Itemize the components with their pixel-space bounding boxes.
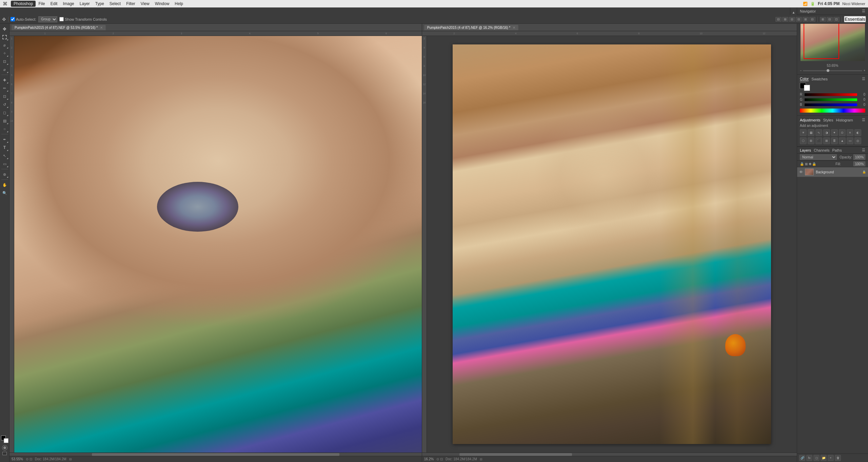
zoom-in-icon[interactable]: + <box>864 69 865 72</box>
menu-filter[interactable]: Filter <box>123 1 138 7</box>
menu-window[interactable]: Window <box>152 1 172 7</box>
auto-select-dropdown[interactable]: Group Layer <box>38 16 57 22</box>
menu-help[interactable]: Help <box>172 1 186 7</box>
tool-history-brush[interactable]: ↺ <box>1 101 8 108</box>
menu-edit[interactable]: Edit <box>48 1 60 7</box>
tool-lasso[interactable]: ⌀ <box>1 41 8 49</box>
tool-brush[interactable]: ✏ <box>1 84 8 92</box>
tool-marquee[interactable] <box>1 33 8 41</box>
menu-file[interactable]: File <box>36 1 47 7</box>
doc2-zoom-display[interactable]: 16.2% <box>424 457 434 461</box>
menu-image[interactable]: Image <box>60 1 77 7</box>
opacity-input[interactable] <box>853 154 865 160</box>
tool-pen[interactable]: ✒ <box>1 136 8 143</box>
apple-logo-icon[interactable]: ⌘ <box>3 1 7 6</box>
red-channel-value[interactable]: 0 <box>859 93 865 96</box>
layers-menu-icon[interactable]: ☰ <box>862 148 865 152</box>
align-top-button[interactable]: ⊟ <box>796 17 802 22</box>
adj-colorbalance-icon[interactable]: ≡ <box>847 129 853 136</box>
adj-selectivecolor-icon[interactable]: ◎ <box>854 137 861 144</box>
auto-select-option[interactable]: Auto-Select: <box>11 17 36 21</box>
doc1-canvas[interactable] <box>14 36 422 453</box>
align-center-button[interactable]: ⊞ <box>782 17 788 22</box>
panel-collapse-icon1[interactable]: ▲ <box>790 9 797 16</box>
menu-select[interactable]: Select <box>107 1 123 7</box>
doc2-scrollbar-h[interactable] <box>422 453 797 456</box>
histogram-tab[interactable]: Histogram <box>836 118 853 122</box>
channels-tab[interactable]: Channels <box>814 148 829 152</box>
blend-mode-dropdown[interactable]: Normal Multiply Screen Overlay <box>800 154 837 160</box>
adj-posterize-icon[interactable]: ≣ <box>831 137 838 144</box>
adj-blackwhite-icon[interactable]: ◐ <box>854 129 861 136</box>
new-group-button[interactable]: 📁 <box>821 455 827 461</box>
green-channel-value[interactable]: 0 <box>859 98 865 101</box>
tool-gradient[interactable]: ▤ <box>1 117 8 124</box>
essentials-button[interactable]: Essentials <box>844 16 866 22</box>
menu-type[interactable]: Type <box>93 1 107 7</box>
styles-tab[interactable]: Styles <box>823 118 833 122</box>
background-color[interactable] <box>4 438 8 443</box>
tool-move[interactable]: ✥ <box>1 25 8 33</box>
adj-huesaturation-icon[interactable]: ⊙ <box>839 129 846 136</box>
tool-crop[interactable]: ⊡ <box>1 58 8 65</box>
doc1-scrollbar-h[interactable] <box>9 453 422 456</box>
quick-mask-button[interactable] <box>2 445 7 450</box>
distribute-h-button[interactable]: ⊞ <box>820 17 826 22</box>
adj-curves-icon[interactable]: ∿ <box>815 129 822 136</box>
layer-row-background[interactable]: 👁 Background 🔒 <box>797 167 868 177</box>
align-left-button[interactable]: ⊟ <box>775 17 782 22</box>
align-right-button[interactable]: ⊟ <box>789 17 795 22</box>
tool-type[interactable]: T <box>1 144 8 151</box>
layers-tab[interactable]: Layers <box>800 148 811 152</box>
adjustments-menu-icon[interactable]: ☰ <box>862 118 865 122</box>
delete-layer-button[interactable]: 🗑 <box>835 455 841 461</box>
zoom-slider[interactable] <box>803 70 862 71</box>
new-layer-button[interactable]: + <box>828 455 834 461</box>
layer-name[interactable]: Background <box>816 170 860 174</box>
adj-gradient-icon[interactable]: ▭ <box>847 137 853 144</box>
tool-eyedropper[interactable]: ⌀ <box>1 66 8 73</box>
red-channel-slider[interactable] <box>805 93 857 96</box>
tool-dodge[interactable]: ○ <box>1 125 8 133</box>
color-background[interactable] <box>804 85 810 91</box>
adj-channelmixer-icon[interactable]: ⊞ <box>808 137 814 144</box>
adj-threshold-icon[interactable]: ▲ <box>839 137 846 144</box>
doc1-zoom-display[interactable]: 53.55% <box>12 457 23 461</box>
tool-zoom[interactable]: 🔍 <box>1 189 8 197</box>
adj-invert-icon[interactable]: ⊠ <box>823 137 830 144</box>
doc2-tab[interactable]: PumpkinPatch2015 (4 of 87).NEF @ 16.2% (… <box>424 25 518 30</box>
paths-tab[interactable]: Paths <box>832 148 842 152</box>
screen-mode-button[interactable] <box>2 452 7 455</box>
menu-layer[interactable]: Layer <box>77 1 93 7</box>
show-transform-option[interactable]: Show Transform Controls <box>59 17 107 21</box>
swatches-tab[interactable]: Swatches <box>811 77 828 81</box>
color-spectrum-bar[interactable] <box>800 109 865 113</box>
color-tab[interactable]: Color <box>800 77 809 81</box>
show-transform-checkbox[interactable] <box>59 17 64 21</box>
adj-vibrance-icon[interactable]: ✦ <box>831 129 838 136</box>
fg-bg-swatches[interactable] <box>1 436 8 443</box>
blue-channel-slider[interactable] <box>805 103 857 106</box>
menu-view[interactable]: View <box>138 1 152 7</box>
tool-heal[interactable]: ✚ <box>1 76 8 84</box>
zoom-out-icon[interactable]: − <box>800 69 802 72</box>
tool-shape[interactable]: ▭ <box>1 160 8 168</box>
adj-exposure-icon[interactable]: ◑ <box>823 129 830 136</box>
add-fx-button[interactable]: fx <box>806 455 812 461</box>
blue-channel-value[interactable]: 0 <box>859 103 865 107</box>
tool-path-select[interactable]: ↖ <box>1 152 8 159</box>
doc2-close-btn[interactable]: ✕ <box>513 26 515 30</box>
tool-magic-wand[interactable]: ✧ <box>1 50 8 57</box>
tool-hand[interactable]: ✋ <box>1 181 8 189</box>
distribute-v-button[interactable]: ⊟ <box>827 17 833 22</box>
tool-eraser[interactable]: ◻ <box>1 109 8 116</box>
add-mask-button[interactable]: ◻ <box>813 455 820 461</box>
ps-app-name[interactable]: Photoshop <box>11 1 36 7</box>
color-fg-bg-boxes[interactable] <box>800 83 810 91</box>
add-link-button[interactable]: 🔗 <box>799 455 805 461</box>
adj-brightness-icon[interactable]: ☀ <box>800 129 807 136</box>
tool-stamp[interactable]: ⊡ <box>1 93 8 100</box>
doc1-tab[interactable]: PumpkinPatch2015 (4 of 87).NEF @ 53.5% (… <box>12 25 106 30</box>
green-channel-slider[interactable] <box>805 98 857 101</box>
adj-colorlookup-icon[interactable]: ⬛ <box>815 137 822 144</box>
